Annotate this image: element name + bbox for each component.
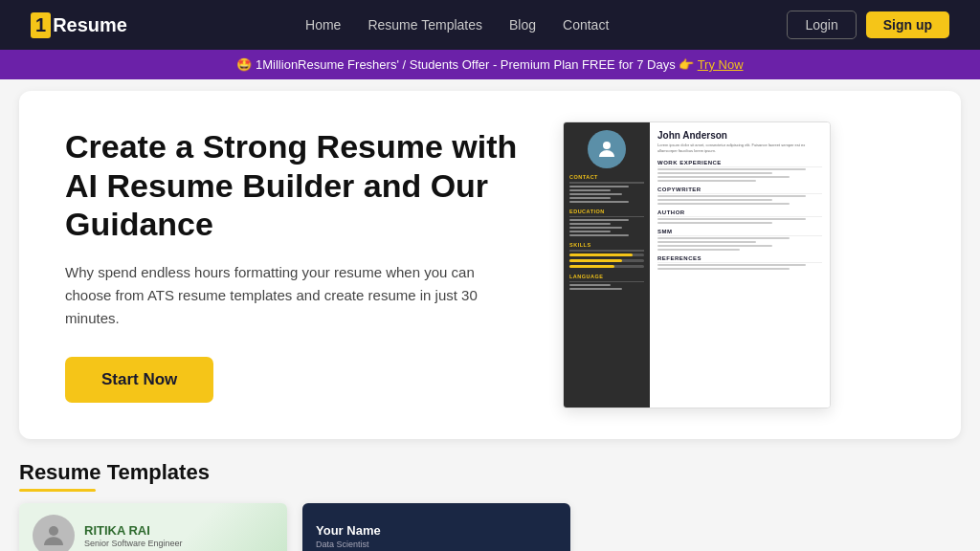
bottom-section: Resume Templates RITIKA RAI Senior Softw… (0, 451, 980, 551)
nav-buttons: Login Sign up (787, 11, 949, 39)
resume-description: Lorem ipsum dolor sit amet, consectetur … (657, 143, 822, 154)
template2-name: Your Name (316, 523, 381, 538)
resume-copywriter-section: Copywriter (657, 187, 822, 205)
logo-name: Resume (53, 14, 127, 36)
logo-number: 1 (31, 12, 51, 38)
signup-button[interactable]: Sign up (866, 11, 949, 38)
resume-preview: CONTACT EDUCATION SKILLS LANGUAG (563, 121, 831, 408)
resume-avatar (588, 130, 626, 168)
template1-title: Senior Software Engineer (84, 539, 183, 548)
hero-title: Create a Strong Resume with AI Resume Bu… (65, 127, 524, 244)
banner-try-now-link[interactable]: Try Now (698, 57, 744, 72)
nav-contact[interactable]: Contact (563, 17, 609, 33)
resume-divider (569, 182, 644, 184)
template1-avatar (33, 515, 75, 551)
resume-language-label: LANGUAGE (569, 274, 644, 279)
nav-blog[interactable]: Blog (509, 17, 536, 33)
resume-references-section: REFERENCES (657, 255, 822, 270)
resume-work-section: WORK EXPERIENCE (657, 160, 822, 182)
promo-banner: 🤩 1MillionResume Freshers' / Students Of… (0, 50, 980, 79)
template-card-1[interactable]: RITIKA RAI Senior Software Engineer (19, 503, 287, 551)
resume-preview-container: CONTACT EDUCATION SKILLS LANGUAG (563, 121, 831, 408)
resume-right-column: John Anderson Lorem ipsum dolor sit amet… (650, 122, 830, 408)
svg-point-1 (49, 526, 58, 536)
hero-section: Create a Strong Resume with AI Resume Bu… (19, 91, 961, 439)
templates-section-title: Resume Templates (19, 460, 961, 485)
start-now-button[interactable]: Start Now (65, 357, 213, 403)
resume-skills-label: SKILLS (569, 242, 644, 248)
hero-content: Create a Strong Resume with AI Resume Bu… (65, 127, 524, 403)
resume-author-section: Author (657, 209, 822, 224)
navbar: 1 Resume Home Resume Templates Blog Cont… (0, 0, 980, 50)
svg-point-0 (603, 142, 611, 149)
login-button[interactable]: Login (787, 11, 856, 39)
resume-left-column: CONTACT EDUCATION SKILLS LANGUAG (564, 122, 650, 408)
template2-info: Your Name Data Scientist (316, 523, 381, 549)
resume-person-name: John Anderson (657, 130, 822, 141)
template-card-2[interactable]: Your Name Data Scientist (302, 503, 570, 551)
templates-row: RITIKA RAI Senior Software Engineer Your… (19, 503, 961, 551)
template1-name: RITIKA RAI (84, 523, 183, 538)
resume-contact-label: CONTACT (569, 174, 644, 180)
resume-smm-section: SMM (657, 229, 822, 251)
template2-title: Data Scientist (316, 540, 381, 549)
banner-text: 🤩 1MillionResume Freshers' / Students Of… (236, 57, 694, 72)
logo[interactable]: 1 Resume (31, 12, 127, 38)
section-underline (19, 489, 96, 492)
nav-home[interactable]: Home (305, 17, 341, 33)
template1-info: RITIKA RAI Senior Software Engineer (84, 523, 183, 548)
nav-resume-templates[interactable]: Resume Templates (368, 17, 482, 33)
resume-education-label: EDUCATION (569, 209, 644, 214)
nav-links: Home Resume Templates Blog Contact (305, 16, 609, 33)
hero-subtitle: Why spend endless hours formatting your … (65, 261, 524, 330)
